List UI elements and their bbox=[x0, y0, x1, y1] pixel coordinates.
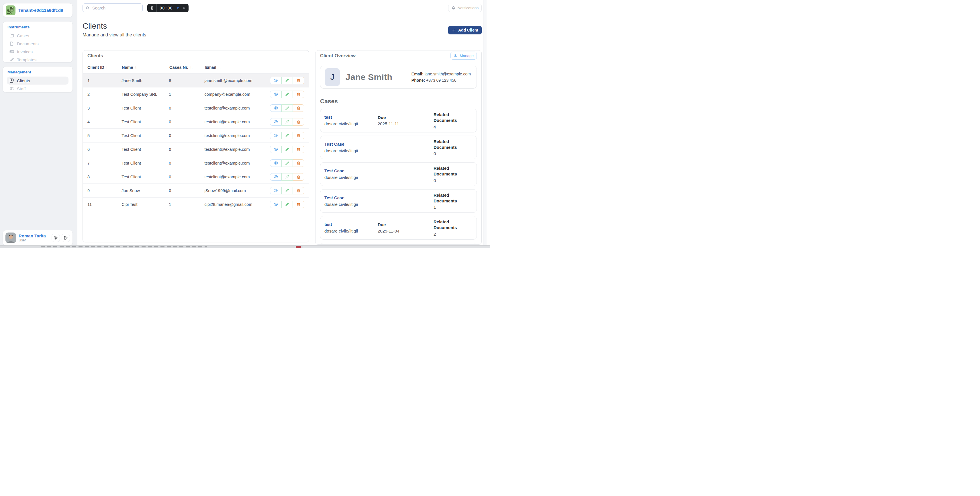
related-documents-label: Related Documents bbox=[434, 192, 465, 204]
pencil-icon bbox=[9, 57, 14, 62]
case-link[interactable]: Test Case bbox=[325, 168, 378, 173]
case-link[interactable]: test bbox=[325, 222, 378, 227]
delete-client-button[interactable] bbox=[293, 132, 304, 139]
delete-client-button[interactable] bbox=[293, 201, 304, 208]
table-row[interactable]: 9Jon Snow0jSnow1999@mail.com bbox=[83, 183, 309, 197]
sidebar-item-staff[interactable]: Staff bbox=[7, 85, 68, 93]
delete-client-button[interactable] bbox=[293, 91, 304, 98]
view-client-button[interactable] bbox=[270, 91, 282, 98]
view-client-button[interactable] bbox=[270, 173, 282, 181]
delete-client-button[interactable] bbox=[293, 159, 304, 167]
taskbar-text-smudge bbox=[41, 246, 207, 247]
delete-client-button[interactable] bbox=[293, 173, 304, 181]
edit-client-button[interactable] bbox=[282, 146, 293, 153]
client-phone: +373 69 123 456 bbox=[426, 78, 457, 83]
delete-client-button[interactable] bbox=[293, 104, 304, 112]
page-content: Clients Manage and view all the clients … bbox=[78, 16, 487, 248]
view-client-button[interactable] bbox=[270, 159, 282, 167]
case-link[interactable]: test bbox=[325, 115, 378, 120]
case-link[interactable]: Test Case bbox=[325, 142, 378, 147]
sidebar-item-documents[interactable]: Documents bbox=[7, 40, 68, 48]
user-name: Roman Tarita bbox=[19, 233, 46, 238]
timer-play-button[interactable] bbox=[175, 6, 181, 10]
view-client-button[interactable] bbox=[270, 132, 282, 139]
sidebar-item-invoices[interactable]: Invoices bbox=[7, 48, 68, 56]
taskbar-red-indicator bbox=[296, 246, 301, 248]
edit-client-button[interactable] bbox=[282, 201, 293, 208]
case-category: dosare civile/litigii bbox=[325, 202, 378, 207]
sidebar-item-label: Clients bbox=[17, 78, 30, 83]
case-due-date: 2025-11-04 bbox=[378, 228, 434, 233]
view-client-button[interactable] bbox=[270, 118, 282, 126]
edit-client-button[interactable] bbox=[282, 91, 293, 98]
sidebar: Tenant-e0d11a8dfcd8 Instruments Cases Do… bbox=[0, 0, 77, 248]
sidebar-section-instruments: Instruments Cases Documents Invoices bbox=[3, 21, 73, 62]
phone-label: Phone: bbox=[412, 78, 425, 83]
trash-icon bbox=[296, 161, 301, 166]
table-row[interactable]: 11Cipi Test1cipi28.manea@gmail.com bbox=[83, 197, 309, 211]
case-card: testdosare civile/litigii Due2025-11-18 … bbox=[320, 243, 477, 245]
main-area: 00:00 Notifications bbox=[78, 0, 487, 248]
eye-icon bbox=[274, 147, 278, 152]
timer-stop-button[interactable] bbox=[181, 6, 189, 10]
table-row[interactable]: 6Test Client0testclient@example.com bbox=[83, 142, 309, 156]
client-profile-card: J Jane Smith Email: jane.smith@example.c… bbox=[320, 65, 477, 89]
settings-button[interactable] bbox=[52, 234, 60, 242]
delete-client-button[interactable] bbox=[293, 118, 304, 126]
edit-client-button[interactable] bbox=[282, 173, 293, 181]
logout-button[interactable] bbox=[62, 234, 70, 242]
sidebar-item-clients[interactable]: Clients bbox=[7, 77, 68, 85]
due-label: Due bbox=[378, 222, 434, 227]
view-client-button[interactable] bbox=[270, 104, 282, 112]
column-header-name[interactable]: Name↑↓ bbox=[122, 65, 169, 70]
tenant-card[interactable]: Tenant-e0d11a8dfcd8 bbox=[3, 3, 73, 17]
pencil-icon bbox=[285, 188, 290, 193]
table-row[interactable]: 3Test Client0testclient@example.com bbox=[83, 101, 309, 115]
stop-icon bbox=[182, 6, 186, 10]
view-client-button[interactable] bbox=[270, 77, 282, 84]
manage-client-button[interactable]: Manage bbox=[450, 52, 477, 60]
table-row[interactable]: 2Test Company SRL1company@example.com bbox=[83, 87, 309, 101]
delete-client-button[interactable] bbox=[293, 77, 304, 84]
table-row[interactable]: 1Jane Smith8jane.smith@example.com bbox=[83, 73, 309, 87]
case-category: dosare civile/litigii bbox=[325, 228, 378, 233]
edit-client-button[interactable] bbox=[282, 77, 293, 84]
table-row[interactable]: 8Test Client0testclient@example.com bbox=[83, 170, 309, 183]
sidebar-item-templates[interactable]: Templates bbox=[7, 56, 68, 64]
timer-value: 00:00 bbox=[160, 6, 173, 10]
related-documents-count: 1 bbox=[434, 205, 473, 210]
manage-label: Manage bbox=[460, 54, 474, 58]
edit-client-button[interactable] bbox=[282, 104, 293, 112]
table-row[interactable]: 5Test Client0testclient@example.com bbox=[83, 128, 309, 142]
delete-client-button[interactable] bbox=[293, 146, 304, 153]
case-card: Test Casedosare civile/litigii Related D… bbox=[320, 162, 477, 186]
user-card: Roman Tarita User bbox=[3, 230, 73, 246]
add-client-button[interactable]: Add Client bbox=[448, 26, 482, 34]
view-client-button[interactable] bbox=[270, 187, 282, 195]
delete-client-button[interactable] bbox=[293, 187, 304, 195]
search-input[interactable] bbox=[92, 5, 146, 11]
user-avatar bbox=[5, 233, 16, 243]
table-row[interactable]: 7Test Client0testclient@example.com bbox=[83, 156, 309, 170]
column-header-client-id[interactable]: Client ID↑↓ bbox=[88, 65, 122, 70]
related-documents-count: 4 bbox=[434, 124, 473, 129]
view-client-button[interactable] bbox=[270, 201, 282, 208]
folder-icon bbox=[9, 33, 14, 38]
pencil-icon bbox=[285, 161, 290, 166]
eye-icon bbox=[274, 133, 278, 138]
users-icon bbox=[9, 86, 14, 91]
edit-client-button[interactable] bbox=[282, 118, 293, 126]
edit-client-button[interactable] bbox=[282, 132, 293, 139]
bell-icon bbox=[451, 6, 456, 10]
trash-icon bbox=[296, 106, 301, 110]
page-scrollbar[interactable] bbox=[483, 0, 487, 248]
edit-client-button[interactable] bbox=[282, 159, 293, 167]
view-client-button[interactable] bbox=[270, 146, 282, 153]
sidebar-item-cases[interactable]: Cases bbox=[7, 32, 68, 40]
column-header-cases[interactable]: Cases Nr.↑↓ bbox=[169, 65, 205, 70]
table-row[interactable]: 4Test Client0testclient@example.com bbox=[83, 115, 309, 128]
notifications-button[interactable]: Notifications bbox=[448, 4, 482, 12]
case-link[interactable]: Test Case bbox=[325, 195, 378, 200]
edit-client-button[interactable] bbox=[282, 187, 293, 195]
column-header-email[interactable]: Email↑↓ bbox=[205, 65, 271, 70]
